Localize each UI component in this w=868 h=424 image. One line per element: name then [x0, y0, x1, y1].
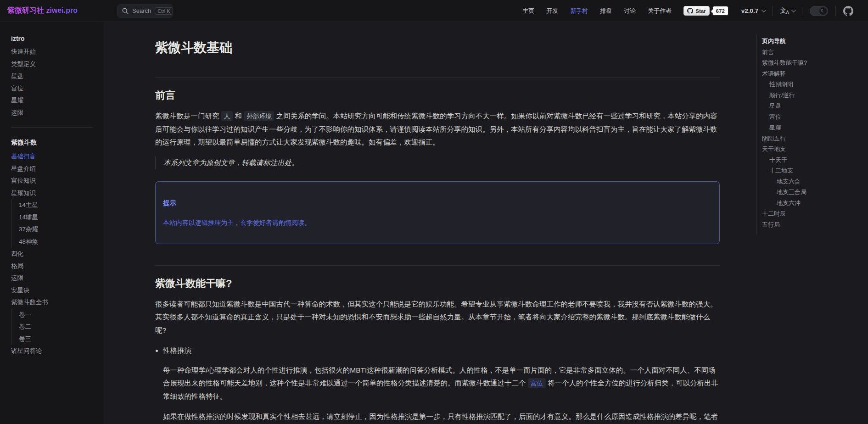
section-heading: 紫微斗数能干嘛? — [155, 265, 720, 290]
inline-code: 人 — [221, 111, 233, 121]
nav-link-主页[interactable]: 主页 — [522, 7, 534, 15]
sidebar-item-宫位[interactable]: 宫位 — [11, 83, 96, 95]
search-shortcut: Ctrl K — [155, 7, 173, 15]
chevron-down-icon — [791, 8, 796, 12]
nav-link-排盘[interactable]: 排盘 — [600, 7, 612, 15]
inline-code: 外部环境 — [244, 111, 274, 121]
sidebar-item-运限[interactable]: 运限 — [11, 107, 96, 119]
search-icon — [122, 8, 129, 14]
moon-icon: ☾ — [819, 7, 827, 15]
inline-code: 宫位 — [528, 378, 546, 388]
sidebar-item-类型定义[interactable]: 类型定义 — [11, 58, 96, 71]
github-star-widget[interactable]: Star 672 — [683, 6, 728, 16]
outline-item-术语解释[interactable]: 术语解释 — [762, 68, 857, 79]
outline-item-宫位[interactable]: 宫位 — [762, 112, 857, 123]
outline-item-地支六合[interactable]: 地支六合 — [762, 176, 857, 187]
outline-item-地支三合局[interactable]: 地支三合局 — [762, 187, 857, 198]
sidebar-item-基础扫盲[interactable]: 基础扫盲 — [11, 151, 96, 163]
inline-code-link[interactable]: 宫位 — [528, 379, 546, 387]
sidebar-item-格局[interactable]: 格局 — [11, 260, 96, 273]
outline-item-天干地支[interactable]: 天干地支 — [762, 144, 857, 155]
sidebar-item-运限[interactable]: 运限 — [11, 272, 96, 285]
tip-title: 提示 — [163, 196, 712, 210]
outline-item-星耀[interactable]: 星耀 — [762, 122, 857, 133]
sidebar: iztro快速开始类型定义星盘宫位星耀运限紫微斗数基础扫盲星盘介绍宫位知识星耀知… — [0, 22, 104, 424]
outline-item-五行局[interactable]: 五行局 — [762, 219, 857, 230]
top-nav-bar: 紫微研习社 ziwei.pro Search Ctrl K 主页开发新手村排盘讨… — [0, 0, 868, 22]
sidebar-item-48神煞[interactable]: 48神煞 — [19, 236, 96, 248]
github-star-count[interactable]: 672 — [712, 6, 728, 16]
outline-item-十二时辰[interactable]: 十二时辰 — [762, 208, 857, 219]
sidebar-section-title: 紫微斗数 — [11, 136, 96, 151]
page-title: 紫微斗数基础 — [155, 39, 720, 56]
sidebar-item-星耀知识[interactable]: 星耀知识 — [11, 187, 96, 200]
sidebar-item-卷一[interactable]: 卷一 — [19, 309, 96, 321]
outline-item-阴阳五行[interactable]: 阴阳五行 — [762, 133, 857, 144]
sidebar-item-紫微斗数全书[interactable]: 紫微斗数全书 — [11, 296, 96, 309]
version-menu[interactable]: v2.0.7 — [741, 7, 765, 14]
sidebar-item-星盘[interactable]: 星盘 — [11, 70, 96, 83]
tip-body: 本站内容以逻辑推理为主，玄学爱好者请酌情阅读。 — [163, 217, 712, 228]
sidebar-item-安星诀[interactable]: 安星诀 — [11, 285, 96, 297]
github-octocat-icon — [687, 8, 693, 14]
paragraph: 如果在做性格推演的时候发现和真实个性相去甚远，请立刻停止，因为性格推演是第一步，… — [163, 410, 720, 424]
divider — [11, 127, 93, 128]
outline-item-顺行/逆行[interactable]: 顺行/逆行 — [762, 90, 857, 101]
divider — [772, 6, 773, 16]
sidebar-item-宫位知识[interactable]: 宫位知识 — [11, 175, 96, 187]
nav-link-关于作者[interactable]: 关于作者 — [648, 7, 672, 15]
on-this-page: 页内导航 前言紫微斗数能干嘛?术语解释性别阴阳顺行/逆行星盘宫位星耀阴阳五行天干… — [756, 22, 857, 424]
on-this-page-title: 页内导航 — [762, 36, 857, 47]
sidebar-item-14主星[interactable]: 14主星 — [19, 199, 96, 212]
search-label: Search — [132, 7, 151, 14]
version-label: v2.0.7 — [741, 7, 759, 14]
outline-item-性别阴阳[interactable]: 性别阴阳 — [762, 79, 857, 90]
paragraph: 紫微斗数是一门研究 人 和 外部环境 之间关系的学问。本站研究方向可能和传统紫微… — [155, 110, 720, 149]
sidebar-section-title: iztro — [11, 32, 96, 46]
language-menu[interactable]: 文A — [780, 7, 795, 15]
site-logo[interactable]: 紫微研习社 ziwei.pro — [7, 6, 117, 16]
nav-link-讨论[interactable]: 讨论 — [624, 7, 636, 15]
nav-link-开发[interactable]: 开发 — [546, 7, 558, 15]
paragraph: 每一种命理学/心理学都会对人的个性进行推演，包括很火的MBTI这种很新潮的问答分… — [163, 364, 720, 403]
github-star-label: Star — [695, 8, 706, 14]
sidebar-item-快速开始[interactable]: 快速开始 — [11, 46, 96, 58]
sidebar-item-14辅星[interactable]: 14辅星 — [19, 212, 96, 224]
nav-link-新手村[interactable]: 新手村 — [570, 7, 588, 15]
search-button[interactable]: Search Ctrl K — [117, 4, 173, 18]
sidebar-item-诸星问答论[interactable]: 诸星问答论 — [11, 345, 96, 357]
nav-links: 主页开发新手村排盘讨论关于作者 — [522, 7, 672, 15]
sidebar-item-卷三[interactable]: 卷三 — [19, 333, 96, 346]
dark-mode-toggle[interactable]: ☾ — [810, 6, 828, 16]
sidebar-nested-group: 卷一卷二卷三 — [11, 309, 96, 346]
outline-item-星盘[interactable]: 星盘 — [762, 100, 857, 112]
tip-callout: 提示本站内容以逻辑推理为主，玄学爱好者请酌情阅读。 — [155, 181, 720, 244]
doc-content: 紫微斗数基础 前言紫微斗数是一门研究 人 和 外部环境 之间关系的学问。本站研究… — [155, 22, 720, 424]
outline-item-地支六冲[interactable]: 地支六冲 — [762, 198, 857, 209]
sidebar-item-四化[interactable]: 四化 — [11, 248, 96, 260]
divider — [802, 6, 802, 16]
blockquote-text: 本系列文章为原创文章，转载请标注出处。 — [163, 156, 720, 170]
outline-item-十二地支[interactable]: 十二地支 — [762, 165, 857, 176]
sidebar-item-卷二[interactable]: 卷二 — [19, 321, 96, 333]
translate-icon: 文A — [780, 7, 789, 15]
section-heading: 前言 — [155, 77, 720, 102]
sidebar-item-37杂耀[interactable]: 37杂耀 — [19, 223, 96, 236]
list-item: 性格推演每一种命理学/心理学都会对人的个性进行推演，包括很火的MBTI这种很新潮… — [163, 344, 720, 424]
divider — [835, 6, 836, 16]
github-link-icon[interactable] — [843, 6, 853, 16]
outline-item-紫微斗数能干嘛?[interactable]: 紫微斗数能干嘛? — [762, 57, 857, 68]
sidebar-item-星盘介绍[interactable]: 星盘介绍 — [11, 163, 96, 175]
blockquote: 本系列文章为原创文章，转载请标注出处。 — [155, 156, 720, 170]
outline-item-前言[interactable]: 前言 — [762, 47, 857, 58]
chevron-down-icon — [762, 8, 766, 12]
bullet-list: 性格推演每一种命理学/心理学都会对人的个性进行推演，包括很火的MBTI这种很新潮… — [155, 344, 720, 424]
outline-item-十天干[interactable]: 十天干 — [762, 155, 857, 166]
sidebar-item-星耀[interactable]: 星耀 — [11, 95, 96, 107]
paragraph: 很多读者可能都只知道紫微斗数是中国古代一种算命的术数，但其实这个只能说是它的娱乐… — [155, 298, 720, 337]
page-layout: iztro快速开始类型定义星盘宫位星耀运限紫微斗数基础扫盲星盘介绍宫位知识星耀知… — [0, 22, 868, 424]
github-star-button[interactable]: Star — [683, 6, 709, 16]
sidebar-nested-group: 14主星14辅星37杂耀48神煞 — [11, 199, 96, 248]
